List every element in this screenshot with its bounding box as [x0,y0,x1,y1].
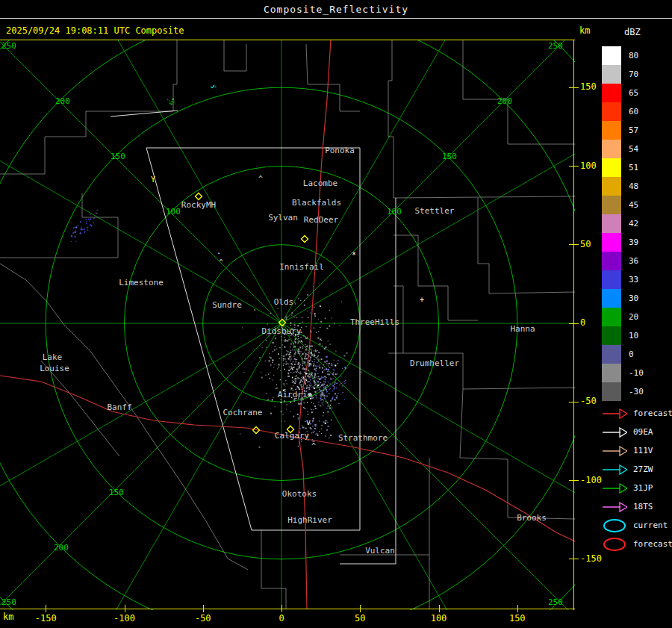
colorbar-value: 54 [629,144,638,154]
right-axis-tick [569,166,579,167]
city-label: Blackfalds [292,198,341,208]
colorbar-value: 42 [629,219,638,228]
city-label: RockyMH [181,200,216,210]
boundary-line [340,555,429,609]
track-ellipse-icon [602,517,627,535]
boundary-line [478,198,575,293]
title-separator [0,18,672,19]
echo-cluster [240,294,361,448]
bottom-axis-tick [125,605,125,612]
colorbar-swatch [602,382,621,401]
city-label: Lacombe [303,178,337,188]
city-label: Olds [274,297,294,307]
ring-distance-label: 200 [54,543,69,553]
colorbar-entry: 0 [602,345,644,364]
colorbar-entry: -30 [602,382,644,401]
echo-cluster [292,408,332,447]
track-arrow-row: 31JP [602,479,672,497]
radar-app-window: Composite_Reflectivity 2025/09/24 19:08:… [0,0,672,628]
track-ellipse-label: forecast [633,539,672,549]
echo-cluster [211,85,217,88]
ring-distance-label: 250 [1,41,16,51]
track-arrow-row: forecast [602,404,672,423]
bottom-axis-tick [203,605,204,612]
colorbar-value: 0 [629,349,634,359]
bottom-axis-tick-label: 100 [426,613,452,624]
colorbar-value: 30 [629,293,638,303]
colorbar-swatch [602,270,621,289]
colorbar-value: 51 [629,163,638,172]
right-axis-tick [569,87,579,88]
colorbar-entry: 10 [602,326,644,345]
point-marker: · [217,249,221,258]
point-marker: + [420,296,424,304]
colorbar-value: 20 [629,312,638,322]
city-label: Ponoka [325,146,355,155]
colorbar-swatch [602,214,621,233]
city-label: Stettler [415,206,455,216]
city-label: Airdrie [278,390,312,400]
colorbar-swatch [602,252,621,270]
track-arrow-row: 18TS [602,497,672,516]
colorbar-entry: 65 [602,84,644,102]
point-marker: v [306,418,311,426]
city-label: Drumheller [410,358,460,368]
right-axis-unit-label: km [579,25,590,36]
track-arrow-label: 27ZW [633,464,653,474]
colorbar-entry: -10 [602,364,644,382]
city-label: HighRiver [287,515,332,525]
city-label: Sundre [212,300,242,310]
radar-map[interactable]: 250200150100100150200250150200250250Pono… [0,40,575,610]
window-title: Composite_Reflectivity [0,4,672,15]
colorbar-swatch [602,177,621,196]
track-arrow-icon [602,423,627,441]
boundary-line [0,264,248,570]
city-label: Vulcan [365,546,395,556]
city-label: Calgary [275,431,310,441]
colorbar: 807065605754514845423936333020100-10-30 [602,46,644,401]
point-marker: Y [151,175,155,184]
track-arrow-icon [602,442,627,460]
city-label: Strathmore [338,433,388,443]
colorbar-entry: 45 [602,196,644,214]
track-arrow-icon [602,461,627,479]
track-arrow-label: forecast [633,408,672,418]
colorbar-value: 80 [629,51,638,60]
ring-distance-label: 150 [111,152,125,161]
bottom-axis-tick [281,605,282,612]
ring-distance-label: 250 [548,41,563,51]
colorbar-value: 45 [629,200,638,210]
colorbar-value: -30 [629,387,644,397]
track-arrow-row: 09EA [602,423,672,441]
colorbar-swatch [602,308,621,326]
colorbar-value: 36 [629,256,638,266]
right-axis-tick [569,559,579,559]
radar-site-icon [195,193,202,199]
colorbar-title: dBZ [624,27,641,37]
bottom-axis-tick [46,605,46,612]
colorbar-swatch [602,121,621,140]
city-label: Limestone [119,278,164,287]
colorbar-entry: 39 [602,233,644,252]
colorbar-swatch [602,65,621,84]
boundary-line [173,40,177,111]
city-label: Okotoks [282,489,317,499]
boundary-line [388,40,393,198]
city-label: ThreeHills [350,317,399,327]
colorbar-value: 60 [629,107,638,116]
colorbar-swatch [602,233,621,252]
city-label: Cochrane [223,408,263,417]
right-axis-tick [569,244,579,245]
colorbar-value: 57 [629,125,638,135]
colorbar-swatch [602,196,621,214]
right-axis-tick-label: 150 [580,81,597,92]
right-axis-tick [569,480,579,481]
track-arrow-label: 31JP [633,483,653,493]
colorbar-value: 48 [629,181,638,191]
city-label: Hanna [510,324,535,334]
right-axis-tick-label: 50 [580,239,591,249]
coverage-outline [340,198,396,564]
city-label: Innisfail [279,262,324,272]
bottom-axis-tick [360,605,361,612]
legend-panel: dBZ 807065605754514845423936333020100-10… [596,25,672,623]
